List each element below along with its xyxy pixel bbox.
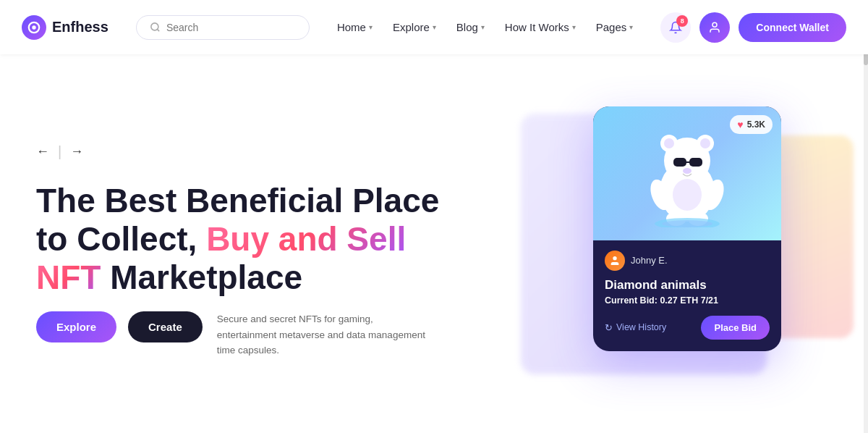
card-bid: Current Bid: 0.27 ETH 7/21 [605,295,770,306]
nav-blog[interactable]: Blog ▾ [456,21,485,33]
svg-point-8 [664,138,674,148]
arrow-divider: | [58,143,61,160]
svg-point-2 [151,23,158,30]
svg-point-14 [683,168,692,174]
nav-pages[interactable]: Pages ▾ [596,21,634,33]
hero-highlight: Buy and Sell [206,220,406,258]
svg-point-1 [32,25,35,29]
slide-navigation: ← | → [36,143,439,160]
nft-main-card: ♥ 5.3K [593,106,781,351]
logo-icon [22,15,46,40]
navbar: Enfhess Home ▾ Explore ▾ Blog ▾ How It W… [0,0,868,54]
create-button[interactable]: Create [128,311,203,342]
nav-home[interactable]: Home ▾ [337,21,373,33]
chevron-down-icon: ▾ [481,23,485,31]
like-badge: ♥ 5.3K [730,115,773,134]
user-profile-button[interactable] [699,12,730,43]
logo[interactable]: Enfhess [22,15,109,40]
seller-name: Johny E. [631,255,668,266]
like-count: 5.3K [747,119,765,130]
scrollbar[interactable] [864,54,868,433]
card-title: Diamond animals [605,278,770,293]
view-history-button[interactable]: ↻ View History [605,322,666,333]
svg-point-10 [700,138,710,148]
search-input[interactable] [166,22,296,33]
nav-links: Home ▾ Explore ▾ Blog ▾ How It Works ▾ P… [337,21,633,33]
svg-point-22 [613,256,616,260]
card-actions: ↻ View History Place Bid [605,316,770,340]
refresh-icon: ↻ [605,322,613,333]
scrollbar-thumb [864,54,868,65]
notification-badge: 8 [676,15,688,27]
logo-text: Enfhess [52,19,109,35]
hero-description: Secure and secret NFTs for gaming, enter… [217,311,427,358]
nav-actions: 8 Connect Wallet [660,12,846,43]
hero-buttons: Explore Create [36,311,203,342]
hero-section: ← | → The Best Beneficial Place to Colle… [0,54,868,433]
svg-rect-12 [689,158,702,167]
card-body: Johny E. Diamond animals Current Bid: 0.… [593,240,781,351]
explore-button[interactable]: Explore [36,311,116,342]
hero-left: ← | → The Best Beneficial Place to Colle… [36,143,439,358]
chevron-down-icon: ▾ [433,23,436,31]
search-icon [150,22,161,33]
chevron-down-icon: ▾ [629,23,633,31]
nav-how-it-works[interactable]: How It Works ▾ [505,21,576,33]
hero-nft: NFT [36,258,101,296]
svg-point-21 [662,220,712,227]
svg-line-3 [157,29,159,31]
nav-explore[interactable]: Explore ▾ [393,21,436,33]
hero-title: The Best Beneficial Place to Collect, Bu… [36,182,439,297]
notification-button[interactable]: 8 [660,12,691,43]
svg-point-19 [673,179,702,211]
svg-point-4 [712,22,717,27]
svg-rect-11 [673,158,686,167]
next-arrow-button[interactable]: → [70,144,83,159]
heart-icon: ♥ [737,119,743,130]
place-bid-button[interactable]: Place Bid [701,316,770,340]
seller-avatar [605,251,625,271]
user-icon [708,21,721,34]
connect-wallet-button[interactable]: Connect Wallet [739,13,846,42]
prev-arrow-button[interactable]: ← [36,144,49,159]
chevron-down-icon: ▾ [369,23,373,31]
bear-illustration [640,119,734,227]
seller-row: Johny E. [605,251,770,271]
search-box[interactable] [136,15,310,40]
chevron-down-icon: ▾ [572,23,576,31]
nft-cards-area: ♥ 5.3K [535,92,839,411]
card-image: ♥ 5.3K [593,106,781,240]
